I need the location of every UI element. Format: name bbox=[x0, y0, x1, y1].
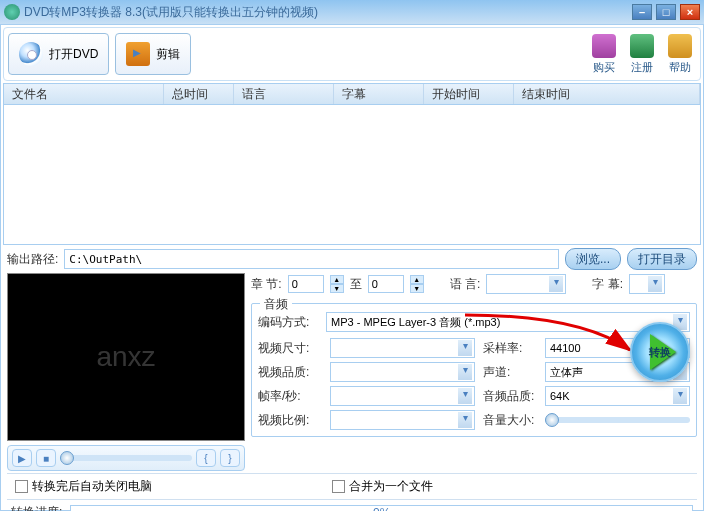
output-path-input[interactable]: C:\OutPath\ bbox=[64, 249, 559, 269]
watermark: anxz bbox=[96, 341, 155, 373]
col-filename[interactable]: 文件名 bbox=[4, 84, 164, 104]
merge-checkbox[interactable]: 合并为一个文件 bbox=[332, 478, 433, 495]
video-quality-label: 视频品质: bbox=[258, 364, 322, 381]
disc-icon bbox=[19, 42, 43, 66]
channel-label: 声道: bbox=[483, 364, 537, 381]
chapter-to-spin[interactable]: ▲▼ bbox=[410, 275, 424, 293]
col-start[interactable]: 开始时间 bbox=[424, 84, 514, 104]
close-button[interactable]: × bbox=[680, 4, 700, 20]
window-title: DVD转MP3转换器 8.3(试用版只能转换出五分钟的视频) bbox=[24, 4, 318, 21]
output-path-label: 输出路径: bbox=[7, 251, 58, 268]
clip-icon bbox=[126, 42, 150, 66]
video-size-label: 视频尺寸: bbox=[258, 340, 322, 357]
video-size-combo[interactable] bbox=[330, 338, 475, 358]
seek-slider[interactable] bbox=[60, 455, 192, 461]
audio-quality-label: 音频品质: bbox=[483, 388, 537, 405]
help-button[interactable]: 帮助 bbox=[664, 32, 696, 76]
file-list[interactable] bbox=[3, 105, 701, 245]
mark-out-button[interactable]: } bbox=[220, 449, 240, 467]
col-totaltime[interactable]: 总时间 bbox=[164, 84, 234, 104]
app-icon bbox=[4, 4, 20, 20]
subtitle-combo[interactable] bbox=[629, 274, 665, 294]
open-dvd-button[interactable]: 打开DVD bbox=[8, 33, 109, 75]
language-label: 语 言: bbox=[450, 276, 481, 293]
chapter-from-spin[interactable]: ▲▼ bbox=[330, 275, 344, 293]
fps-label: 帧率/秒: bbox=[258, 388, 322, 405]
progress-label: 转换进度: bbox=[11, 504, 62, 511]
audio-quality-combo[interactable]: 64K bbox=[545, 386, 690, 406]
language-combo[interactable] bbox=[486, 274, 566, 294]
chapter-to-input[interactable]: 0 bbox=[368, 275, 404, 293]
audio-legend: 音频 bbox=[260, 296, 292, 313]
shutdown-checkbox[interactable]: 转换完后自动关闭电脑 bbox=[15, 478, 152, 495]
volume-label: 音量大小: bbox=[483, 412, 537, 429]
buy-button[interactable]: 购买 bbox=[588, 32, 620, 76]
volume-slider[interactable] bbox=[545, 417, 690, 423]
subtitle-label: 字 幕: bbox=[592, 276, 623, 293]
col-end[interactable]: 结束时间 bbox=[514, 84, 700, 104]
col-language[interactable]: 语言 bbox=[234, 84, 334, 104]
progress-bar: 0% bbox=[70, 505, 693, 512]
progress-row: 转换进度: 0% bbox=[3, 500, 701, 511]
convert-button[interactable]: 转换 bbox=[630, 322, 690, 382]
register-button[interactable]: 注册 bbox=[626, 32, 658, 76]
ratio-label: 视频比例: bbox=[258, 412, 322, 429]
ratio-combo[interactable] bbox=[330, 410, 475, 430]
convert-button-wrap: 转换 bbox=[630, 322, 690, 382]
video-quality-combo[interactable] bbox=[330, 362, 475, 382]
fps-combo[interactable] bbox=[330, 386, 475, 406]
main-toolbar: 打开DVD 剪辑 购买 注册 帮助 bbox=[3, 27, 701, 81]
encode-label: 编码方式: bbox=[258, 314, 322, 331]
maximize-button[interactable]: □ bbox=[656, 4, 676, 20]
options-row: 转换完后自动关闭电脑 合并为一个文件 bbox=[7, 473, 697, 500]
transport-bar: ▶ ■ { } bbox=[7, 445, 245, 471]
chapter-to-label: 至 bbox=[350, 276, 362, 293]
samplerate-label: 采样率: bbox=[483, 340, 537, 357]
convert-label: 转换 bbox=[649, 345, 671, 360]
file-list-header: 文件名 总时间 语言 字幕 开始时间 结束时间 bbox=[3, 83, 701, 105]
help-icon bbox=[668, 34, 692, 58]
minimize-button[interactable]: – bbox=[632, 4, 652, 20]
edit-label: 剪辑 bbox=[156, 46, 180, 63]
open-dvd-label: 打开DVD bbox=[49, 46, 98, 63]
play-button[interactable]: ▶ bbox=[12, 449, 32, 467]
col-subtitle[interactable]: 字幕 bbox=[334, 84, 424, 104]
chapter-from-input[interactable]: 0 bbox=[288, 275, 324, 293]
key-icon bbox=[630, 34, 654, 58]
edit-button[interactable]: 剪辑 bbox=[115, 33, 191, 75]
preview-pane: anxz ▶ ■ { } bbox=[7, 273, 245, 471]
output-path-row: 输出路径: C:\OutPath\ 浏览... 打开目录 bbox=[3, 245, 701, 273]
mark-in-button[interactable]: { bbox=[196, 449, 216, 467]
browse-button[interactable]: 浏览... bbox=[565, 248, 621, 270]
video-preview[interactable]: anxz bbox=[7, 273, 245, 441]
titlebar: DVD转MP3转换器 8.3(试用版只能转换出五分钟的视频) – □ × bbox=[0, 0, 704, 24]
stop-button[interactable]: ■ bbox=[36, 449, 56, 467]
chapter-label: 章 节: bbox=[251, 276, 282, 293]
cart-icon bbox=[592, 34, 616, 58]
open-dir-button[interactable]: 打开目录 bbox=[627, 248, 697, 270]
